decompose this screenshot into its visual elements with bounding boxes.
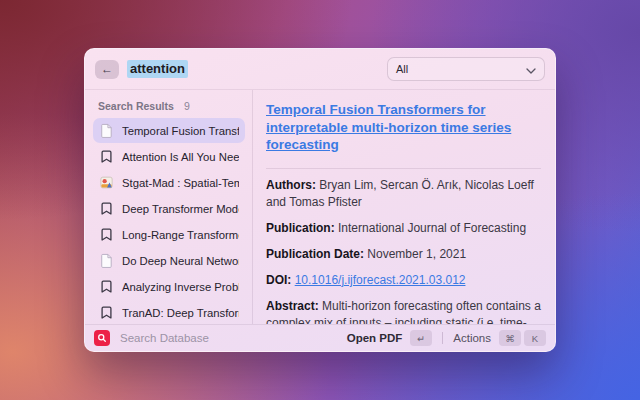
result-item[interactable]: Attention Is All You Need: [93, 144, 245, 169]
main-content: Search Results 9 Temporal Fusion Transfo…: [85, 90, 555, 324]
back-button[interactable]: ←: [95, 60, 119, 79]
results-section-header: Search Results 9: [93, 96, 245, 118]
search-query-text[interactable]: attention: [127, 60, 188, 78]
bookmark-icon: [99, 305, 114, 320]
doi-label: DOI:: [266, 273, 291, 287]
result-item[interactable]: Deep Transformer Models for Ti...: [93, 196, 245, 221]
abstract-field: Abstract: Multi-horizon forecasting ofte…: [266, 298, 541, 324]
bookmark-icon: [99, 149, 114, 164]
results-sidebar: Search Results 9 Temporal Fusion Transfo…: [85, 90, 253, 324]
filter-dropdown[interactable]: All: [387, 57, 545, 81]
return-key-icon: ↵: [410, 330, 432, 346]
bookmark-icon: [99, 279, 114, 294]
search-app-window: ← attention All Search Results 9 Tempora…: [84, 48, 556, 352]
abstract-label: Abstract:: [266, 299, 319, 313]
document-icon: [99, 253, 114, 268]
authors-field: Authors: Bryan Lim, Sercan Ö. Arık, Nico…: [266, 177, 541, 211]
results-count-badge: 9: [184, 100, 190, 112]
open-pdf-action[interactable]: Open PDF: [347, 332, 403, 344]
chevron-down-icon: [526, 60, 536, 78]
k-key-icon: K: [524, 330, 546, 346]
result-item[interactable]: Do Deep Neural Networks Contr...: [93, 248, 245, 273]
bookmark-icon: [99, 227, 114, 242]
filter-dropdown-value: All: [396, 63, 520, 75]
footer-bar: Open PDF ↵ Actions ⌘ K: [85, 324, 555, 351]
desktop-wallpaper: ← attention All Search Results 9 Tempora…: [0, 0, 640, 400]
doi-link[interactable]: 10.1016/j.ijforecast.2021.03.012: [295, 273, 466, 287]
command-key-icon: ⌘: [499, 330, 521, 346]
result-item[interactable]: Stgat-Mad : Spatial-Temporal Gr...: [93, 170, 245, 195]
footer-divider: [442, 332, 443, 344]
results-section-title: Search Results: [98, 100, 174, 112]
publication-field: Publication: International Journal of Fo…: [266, 220, 541, 237]
result-item[interactable]: Long-Range Transformers for D...: [93, 222, 245, 247]
actions-button[interactable]: Actions: [453, 332, 491, 344]
paper-title-link[interactable]: Temporal Fusion Transformers for interpr…: [266, 101, 541, 154]
magnifier-icon: [96, 332, 108, 344]
actions-shortcut: ⌘ K: [499, 330, 546, 346]
footer-search-input[interactable]: [118, 331, 339, 345]
result-item[interactable]: TranAD: Deep Transformer Net...: [93, 300, 245, 324]
publication-value: International Journal of Forecasting: [338, 221, 526, 235]
image-icon: [99, 175, 114, 190]
search-header: ← attention All: [85, 49, 555, 90]
doi-field: DOI: 10.1016/j.ijforecast.2021.03.012: [266, 272, 541, 289]
authors-label: Authors:: [266, 178, 316, 192]
detail-divider: [266, 168, 541, 169]
bookmark-icon: [99, 201, 114, 216]
pubdate-field: Publication Date: November 1, 2021: [266, 246, 541, 263]
search-database-app-icon: [94, 330, 110, 346]
result-item[interactable]: Temporal Fusion Transformers f...: [93, 118, 245, 143]
results-list: Temporal Fusion Transformers f... Attent…: [93, 118, 245, 324]
publication-label: Publication:: [266, 221, 335, 235]
pubdate-value: November 1, 2021: [367, 247, 466, 261]
pubdate-label: Publication Date:: [266, 247, 364, 261]
result-item[interactable]: Analyzing Inverse Problems with...: [93, 274, 245, 299]
document-icon: [99, 123, 114, 138]
paper-detail-pane: Temporal Fusion Transformers for interpr…: [253, 90, 555, 324]
back-arrow-icon: ←: [101, 62, 113, 76]
